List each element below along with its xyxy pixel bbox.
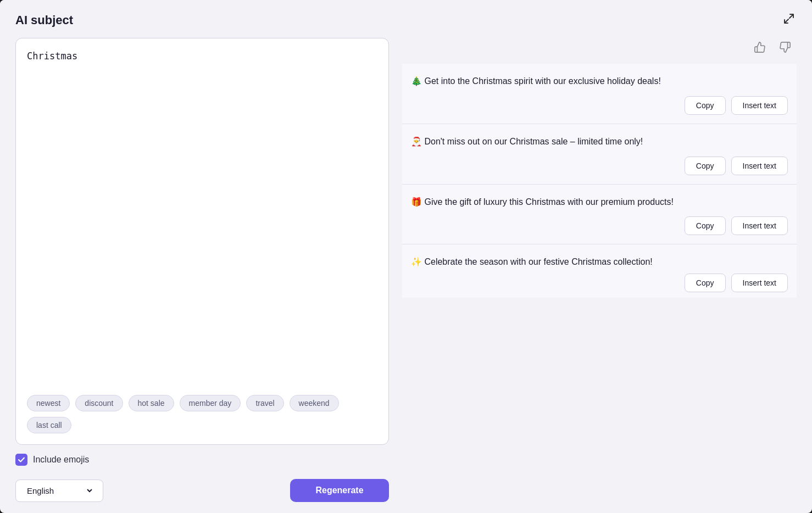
result-text-4: ✨ Celebrate the season with our festive … <box>411 255 788 269</box>
regenerate-button[interactable]: Regenerate <box>290 479 389 502</box>
topic-input[interactable]: Christmas <box>27 49 377 388</box>
tag-hot-sale[interactable]: hot sale <box>129 395 174 411</box>
tag-newest[interactable]: newest <box>27 395 70 411</box>
page-title: AI subject <box>15 13 73 27</box>
result-item-3: 🎁 Give the gift of luxury this Christmas… <box>402 185 797 245</box>
result-actions-4: Copy Insert text <box>411 274 788 292</box>
result-actions-1: Copy Insert text <box>411 96 788 115</box>
header: AI subject <box>0 0 812 38</box>
right-panel: 🎄 Get into the Christmas spirit with our… <box>402 38 797 502</box>
tags-area: newest discount hot sale member day trav… <box>27 395 377 433</box>
copy-button-2[interactable]: Copy <box>685 157 726 175</box>
tag-travel[interactable]: travel <box>246 395 283 411</box>
tag-weekend[interactable]: weekend <box>290 395 339 411</box>
result-text-3: 🎁 Give the gift of luxury this Christmas… <box>411 196 788 209</box>
result-item-4: ✨ Celebrate the season with our festive … <box>402 244 797 298</box>
app-window: AI subject Christmas newest discount hot… <box>0 0 812 513</box>
copy-button-3[interactable]: Copy <box>685 216 726 235</box>
result-item-1: 🎄 Get into the Christmas spirit with our… <box>402 64 797 124</box>
result-actions-2: Copy Insert text <box>411 157 788 175</box>
tag-discount[interactable]: discount <box>75 395 123 411</box>
left-panel: Christmas newest discount hot sale membe… <box>15 38 389 502</box>
insert-button-4[interactable]: Insert text <box>731 274 788 292</box>
thumbs-down-button[interactable] <box>776 40 794 57</box>
emojis-checkbox-row: Include emojis <box>15 454 389 466</box>
insert-button-3[interactable]: Insert text <box>731 216 788 235</box>
insert-button-1[interactable]: Insert text <box>731 96 788 115</box>
text-input-area: Christmas newest discount hot sale membe… <box>15 38 389 445</box>
results-list: 🎄 Get into the Christmas spirit with our… <box>402 64 797 298</box>
result-text-1: 🎄 Get into the Christmas spirit with our… <box>411 75 788 88</box>
language-selector[interactable]: English Spanish French German <box>15 479 103 502</box>
tag-last-call[interactable]: last call <box>27 417 71 433</box>
copy-button-4[interactable]: Copy <box>685 274 726 292</box>
result-text-2: 🎅 Don't miss out on our Christmas sale –… <box>411 135 788 149</box>
result-actions-3: Copy Insert text <box>411 216 788 235</box>
language-dropdown[interactable]: English Spanish French German <box>25 486 94 496</box>
tag-member-day[interactable]: member day <box>180 395 241 411</box>
result-item-2: 🎅 Don't miss out on our Christmas sale –… <box>402 124 797 185</box>
collapse-button[interactable] <box>781 11 797 29</box>
copy-button-1[interactable]: Copy <box>685 96 726 115</box>
thumbs-up-button[interactable] <box>750 40 769 57</box>
insert-button-2[interactable]: Insert text <box>731 157 788 175</box>
feedback-row <box>402 38 797 64</box>
main-content: Christmas newest discount hot sale membe… <box>0 38 812 513</box>
include-emojis-checkbox[interactable] <box>15 454 27 466</box>
bottom-row: English Spanish French German Regenerate <box>15 479 389 502</box>
include-emojis-label: Include emojis <box>33 455 89 465</box>
